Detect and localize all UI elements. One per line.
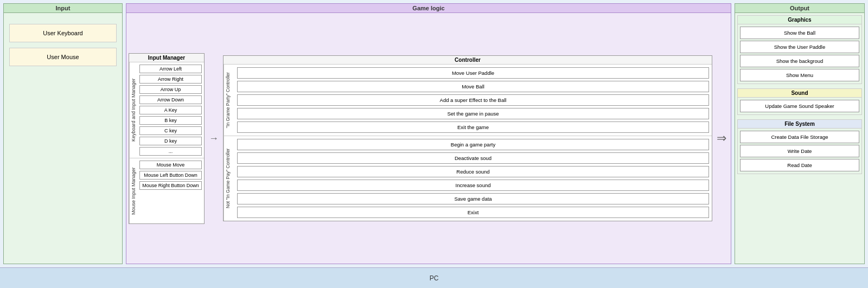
- input-manager-box: Input Manager Keyboard and Input Manager…: [129, 53, 205, 224]
- add-super-effect-btn[interactable]: Add a super Effect to the Ball: [237, 94, 709, 106]
- increase-sound-btn[interactable]: Increase sound: [237, 180, 709, 191]
- write-date-btn[interactable]: Write Date: [740, 145, 859, 157]
- move-ball-btn[interactable]: Move Ball: [237, 81, 709, 92]
- mouse-buttons: Mouse Move Mouse Left Button Down Mouse …: [137, 158, 204, 223]
- exixt-btn[interactable]: Exixt: [237, 207, 709, 218]
- keyboard-label: Keyboard and Input Manager: [129, 62, 137, 158]
- set-game-pause-btn[interactable]: Set the game in pause: [237, 108, 709, 119]
- exit-game-btn[interactable]: Exit the game: [237, 121, 709, 133]
- arrow-down-btn[interactable]: Arrow Down: [139, 95, 202, 104]
- game-logic-header: Game logic: [126, 4, 731, 13]
- sound-section: Sound Update Game Sound Speaker: [737, 88, 862, 115]
- controller-header: Controller: [224, 56, 712, 65]
- pc-bar: PC: [0, 267, 868, 288]
- in-game-buttons: Move User Paddle Move Ball Add a super E…: [234, 65, 712, 136]
- filesystem-header: File System: [738, 120, 861, 129]
- input-header: Input: [4, 4, 122, 13]
- in-game-label: "In Grame Party" Controller: [224, 65, 234, 136]
- user-mouse-box: User Mouse: [9, 48, 117, 66]
- begin-game-party-btn[interactable]: Begin a game party: [237, 139, 709, 150]
- in-game-section: "In Grame Party" Controller Move User Pa…: [224, 65, 712, 136]
- arrow-1: →: [207, 133, 221, 144]
- sound-buttons: Update Game Sound Speaker: [738, 98, 861, 114]
- graphics-buttons: Show the Ball Show the User Paddle Show …: [738, 24, 861, 84]
- not-in-game-label: Not "In Game Pay" Controller: [224, 136, 234, 221]
- show-menu-btn[interactable]: Show Menu: [740, 69, 859, 81]
- pc-label: PC: [430, 274, 439, 282]
- save-game-data-btn[interactable]: Save game data: [237, 193, 709, 204]
- arrow-right-btn[interactable]: Arrow Right: [139, 75, 202, 84]
- a-key-btn[interactable]: A Key: [139, 106, 202, 114]
- mouse-left-btn[interactable]: Mouse Left Button Down: [139, 171, 202, 180]
- create-data-file-btn[interactable]: Create Data File Storage: [740, 131, 859, 143]
- filesystem-buttons: Create Data File Storage Write Date Read…: [738, 129, 861, 174]
- output-panel: Output Graphics Show the Ball Show the U…: [735, 3, 865, 264]
- keyboard-buttons: Arrow Left Arrow Right Arrow Up Arrow Do…: [137, 62, 204, 158]
- input-manager-header: Input Manager: [129, 54, 204, 62]
- mouse-section: Mouse Input Manager Mouse Move Mouse Lef…: [129, 158, 204, 223]
- read-date-btn[interactable]: Read Date: [740, 159, 859, 171]
- not-in-game-section: Not "In Game Pay" Controller Begin a gam…: [224, 136, 712, 221]
- update-sound-speaker-btn[interactable]: Update Game Sound Speaker: [740, 100, 859, 112]
- input-panel: Input User Keyboard User Mouse: [3, 3, 123, 264]
- graphics-header: Graphics: [738, 16, 861, 24]
- show-background-btn[interactable]: Show the backgroud: [740, 55, 859, 67]
- not-in-game-buttons: Begin a game party Deactivate soud Reduc…: [234, 136, 712, 221]
- double-arrow: ⇒: [714, 131, 729, 145]
- mouse-right-btn[interactable]: Mouse Right Button Down: [139, 181, 202, 190]
- output-header: Output: [735, 4, 864, 13]
- user-keyboard-box: User Keyboard: [9, 24, 117, 42]
- controller-box: Controller "In Grame Party" Controller M…: [223, 55, 712, 221]
- arrow-up-btn[interactable]: Arrow Up: [139, 85, 202, 94]
- sound-header: Sound: [738, 89, 861, 98]
- d-key-btn[interactable]: D key: [139, 137, 202, 145]
- arrow-left-btn[interactable]: Arrow Left: [139, 65, 202, 73]
- graphics-section: Graphics Show the Ball Show the User Pad…: [737, 15, 862, 84]
- reduce-sound-btn[interactable]: Reduce sound: [237, 166, 709, 177]
- mouse-label: Mouse Input Manager: [129, 158, 137, 223]
- move-user-paddle-btn[interactable]: Move User Paddle: [237, 67, 709, 79]
- c-key-btn[interactable]: C key: [139, 126, 202, 135]
- filesystem-section: File System Create Data File Storage Wri…: [737, 119, 862, 174]
- show-user-paddle-btn[interactable]: Show the User Paddle: [740, 41, 859, 53]
- mouse-move-btn[interactable]: Mouse Move: [139, 161, 202, 169]
- show-ball-btn[interactable]: Show the Ball: [740, 27, 859, 39]
- ellipsis-btn[interactable]: ...: [139, 147, 202, 156]
- keyboard-section: Keyboard and Input Manager Arrow Left Ar…: [129, 62, 204, 158]
- deactivate-sound-btn[interactable]: Deactivate soud: [237, 152, 709, 164]
- game-logic-panel: Game logic Input Manager Keyboard and In…: [126, 3, 731, 264]
- b-key-btn[interactable]: B key: [139, 116, 202, 125]
